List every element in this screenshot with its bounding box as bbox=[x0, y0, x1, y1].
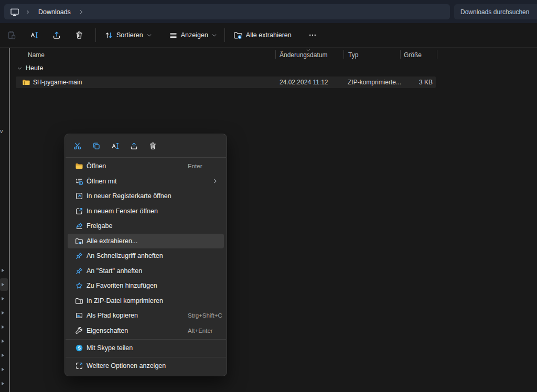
tree-expand-chevron-icon[interactable] bbox=[1, 296, 7, 302]
quick-share-button[interactable] bbox=[125, 138, 142, 154]
command-bar: Sortieren Anzeigen Alle extrahieren bbox=[0, 23, 537, 48]
tree-expand-chevron-icon[interactable] bbox=[1, 310, 7, 316]
quick-rename-button[interactable] bbox=[106, 138, 123, 154]
breadcrumb-chevron-icon[interactable] bbox=[77, 8, 85, 16]
newwindow-icon bbox=[75, 207, 83, 215]
breadcrumb-item-downloads[interactable]: Downloads bbox=[34, 7, 76, 17]
menu-item-mit-skype-teilen[interactable]: SMit Skype teilen bbox=[68, 341, 224, 356]
view-icon bbox=[169, 31, 178, 40]
column-resize-handle[interactable] bbox=[400, 50, 401, 59]
menu-item-in-neuer-registerkarte-öffnen[interactable]: In neuer Registerkarte öffnen bbox=[68, 189, 224, 204]
tree-expand-chevron-icon[interactable] bbox=[1, 352, 7, 358]
folderopen-icon bbox=[75, 162, 83, 170]
sort-button[interactable]: Sortieren bbox=[100, 26, 156, 44]
newtab-icon bbox=[75, 192, 83, 200]
copypath-icon bbox=[75, 311, 83, 320]
menu-item-shortcut: Alt+Enter bbox=[188, 328, 213, 334]
file-date: 24.02.2024 11:12 bbox=[280, 79, 328, 86]
menu-item-freigabe[interactable]: Freigabe bbox=[68, 219, 224, 234]
tree-expand-chevron-icon[interactable] bbox=[1, 366, 7, 373]
tree-expand-chevron-icon[interactable] bbox=[1, 281, 7, 288]
sort-label: Sortieren bbox=[116, 31, 143, 39]
this-pc-icon[interactable] bbox=[7, 6, 22, 18]
menu-item-label: Freigabe bbox=[87, 222, 112, 230]
star-icon bbox=[75, 281, 83, 290]
column-header-größe[interactable]: Größe bbox=[404, 51, 422, 59]
tree-expand-chevron-icon[interactable] bbox=[1, 267, 7, 274]
collapse-group-icon[interactable] bbox=[17, 66, 23, 71]
menu-item-label: Eigenschaften bbox=[87, 327, 128, 334]
menu-item-öffnen-mit[interactable]: Öffnen mit bbox=[68, 174, 224, 189]
chevron-down-icon bbox=[146, 32, 152, 38]
menu-item-in-zip-datei-komprimieren[interactable]: In ZIP-Datei komprimieren bbox=[68, 293, 224, 309]
share-button[interactable] bbox=[47, 26, 66, 44]
openwith-icon bbox=[75, 177, 83, 186]
menu-item-label: Weitere Optionen anzeigen bbox=[87, 362, 166, 369]
extract-all-button[interactable]: Alle extrahieren bbox=[229, 26, 296, 44]
menu-item-als-pfad-kopieren[interactable]: Als Pfad kopierenStrg+Shift+C bbox=[68, 308, 224, 323]
wrench-icon bbox=[75, 326, 83, 335]
menu-separator bbox=[66, 357, 226, 357]
column-header-typ[interactable]: Typ bbox=[348, 51, 358, 59]
menu-item-alle-extrahieren[interactable]: Alle extrahieren... bbox=[68, 234, 224, 249]
title-bar: Downloads Downloads durchsuchen bbox=[0, 0, 537, 23]
search-input[interactable]: Downloads durchsuchen bbox=[454, 4, 537, 19]
menu-item-an-schnellzugriff-anheften[interactable]: An Schnellzugriff anheften bbox=[68, 248, 224, 264]
quick-cut-button[interactable] bbox=[69, 138, 85, 154]
share-icon bbox=[130, 141, 138, 150]
submenu-chevron-icon bbox=[212, 178, 219, 184]
group-header-heute[interactable]: Heute bbox=[9, 63, 43, 73]
menu-item-öffnen[interactable]: ÖffnenEnter bbox=[68, 159, 224, 174]
delete-icon bbox=[148, 141, 157, 150]
pin-icon bbox=[75, 252, 83, 260]
sort-indicator-icon bbox=[306, 48, 310, 52]
quick-copy-button[interactable] bbox=[88, 138, 104, 154]
menu-item-in-neuem-fenster-öffnen[interactable]: In neuem Fenster öffnen bbox=[68, 204, 224, 219]
copy-icon bbox=[92, 141, 101, 150]
content-area: v NameÄnderungsdatumTypGröße Heute SH-py… bbox=[0, 48, 537, 392]
delete-icon bbox=[74, 30, 84, 40]
extractmenu-icon bbox=[75, 237, 83, 245]
menu-item-zu-favoriten-hinzufügen[interactable]: Zu Favoriten hinzufügen bbox=[68, 278, 224, 293]
address-bar[interactable]: Downloads bbox=[4, 4, 450, 19]
file-name: SH-pygame-main bbox=[33, 79, 82, 86]
search-placeholder: Downloads durchsuchen bbox=[460, 8, 529, 16]
more-icon bbox=[308, 31, 317, 39]
moreoptions-icon bbox=[75, 362, 83, 370]
column-resize-handle[interactable] bbox=[343, 50, 344, 59]
quick-actions-row bbox=[65, 136, 227, 156]
menu-item-an-start-anheften[interactable]: An "Start" anheften bbox=[68, 264, 224, 279]
tree-expand-chevron-icon[interactable] bbox=[1, 338, 7, 344]
column-header-name[interactable]: Name bbox=[28, 51, 45, 59]
paste-button[interactable] bbox=[2, 26, 21, 44]
nav-tree-fragment: v bbox=[0, 128, 3, 134]
rename-button[interactable] bbox=[25, 26, 44, 44]
menu-item-label: In neuer Registerkarte öffnen bbox=[87, 192, 171, 200]
column-header-änderungsdatum[interactable]: Änderungsdatum bbox=[280, 51, 327, 59]
see-more-button[interactable] bbox=[303, 26, 322, 44]
extract-label: Alle extrahieren bbox=[246, 31, 292, 39]
view-label: Anzeigen bbox=[181, 31, 208, 39]
toolbar-divider bbox=[95, 28, 96, 42]
menu-item-label: Mit Skype teilen bbox=[87, 344, 133, 352]
menu-item-label: Alle extrahieren... bbox=[87, 237, 137, 245]
column-resize-handle[interactable] bbox=[275, 50, 276, 59]
file-size: 3 KB bbox=[419, 79, 433, 86]
tree-expand-chevron-icon[interactable] bbox=[1, 324, 7, 330]
tree-expand-chevron-icon[interactable] bbox=[1, 380, 7, 387]
menu-item-weitere-optionen-anzeigen[interactable]: Weitere Optionen anzeigen bbox=[68, 358, 224, 374]
menu-separator bbox=[66, 157, 226, 158]
menu-item-eigenschaften[interactable]: EigenschaftenAlt+Enter bbox=[68, 323, 224, 339]
file-row[interactable]: SH-pygame-main24.02.2024 11:12ZIP-kompri… bbox=[16, 77, 436, 88]
svg-text:S: S bbox=[78, 345, 81, 351]
quick-delete-button[interactable] bbox=[144, 138, 161, 154]
navigation-pane-edge: v bbox=[0, 48, 9, 392]
view-button[interactable]: Anzeigen bbox=[165, 26, 221, 44]
delete-button[interactable] bbox=[70, 26, 89, 44]
menu-item-shortcut: Enter bbox=[188, 163, 202, 169]
menu-item-label: Öffnen mit bbox=[87, 178, 116, 185]
column-resize-handle[interactable] bbox=[437, 50, 437, 59]
cut-icon bbox=[73, 141, 82, 150]
toolbar-divider bbox=[224, 28, 225, 42]
breadcrumb-chevron-icon[interactable] bbox=[24, 8, 32, 16]
